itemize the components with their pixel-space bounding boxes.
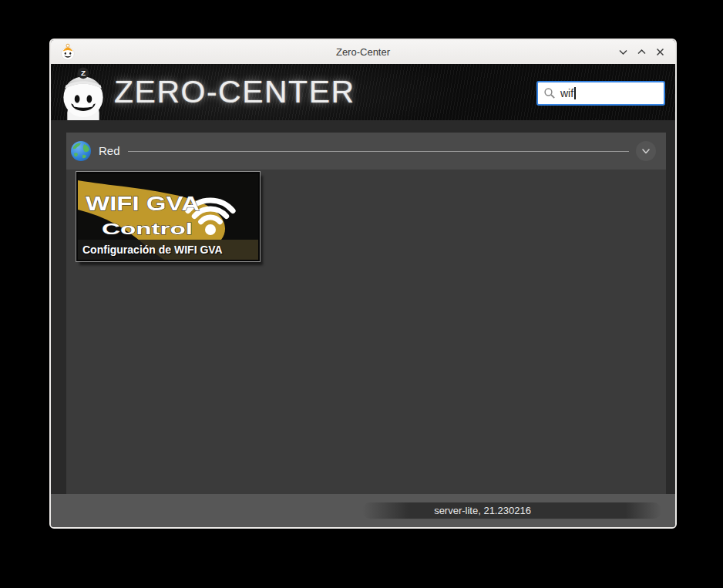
search-value: wif bbox=[560, 87, 573, 99]
maximize-button[interactable] bbox=[636, 46, 647, 58]
titlebar[interactable]: Zero-Center bbox=[51, 40, 675, 64]
content-area: Red WIFI GVA Control bbox=[66, 133, 666, 494]
category-label: Red bbox=[99, 133, 120, 170]
tile-title-line1: WIFI GVA bbox=[86, 192, 200, 215]
status-bar: server-lite, 21.230216 bbox=[51, 494, 675, 527]
category-divider bbox=[128, 151, 629, 152]
zero-center-window: Zero-Center bbox=[49, 39, 677, 529]
mascot-badge-letter: Z bbox=[81, 69, 86, 77]
app-tile-wifi-gva-control[interactable]: WIFI GVA Control Configuración de WIFI G… bbox=[76, 172, 260, 261]
globe-icon bbox=[70, 140, 92, 162]
header-banner: Z ZERO-CENTER wif bbox=[51, 64, 675, 120]
chevron-up-icon bbox=[637, 47, 647, 57]
category-header-red[interactable]: Red bbox=[66, 133, 666, 170]
chevron-down-icon bbox=[641, 146, 651, 156]
window-title: Zero-Center bbox=[51, 40, 675, 64]
mascot-logo-icon: Z bbox=[58, 66, 109, 120]
brand-logo-text: ZERO-CENTER bbox=[114, 73, 355, 109]
search-icon bbox=[543, 87, 556, 99]
minimize-button[interactable] bbox=[617, 46, 629, 58]
status-pill: server-lite, 21.230216 bbox=[362, 502, 661, 519]
search-input[interactable]: wif bbox=[536, 81, 665, 106]
chevron-down-icon bbox=[618, 47, 628, 57]
tile-title-line2: Control bbox=[102, 220, 193, 237]
close-button[interactable] bbox=[654, 46, 666, 58]
tile-caption: Configuración de WIFI GVA bbox=[78, 240, 258, 260]
collapse-button[interactable] bbox=[636, 141, 656, 161]
status-text: server-lite, 21.230216 bbox=[362, 502, 603, 519]
close-icon bbox=[655, 47, 665, 57]
text-caret bbox=[574, 87, 576, 99]
